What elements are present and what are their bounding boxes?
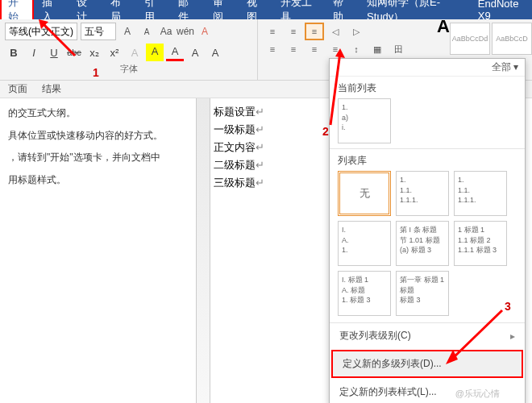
font-group: 等线(中文正文) 五号 A A Aa wén A B I U abc x₂ x²… [0, 19, 258, 80]
list-preset-1[interactable]: 1.1.1.1.1.1. [396, 171, 449, 216]
annotation-2: 2 [322, 125, 329, 138]
char-shading-button[interactable]: A [206, 44, 224, 61]
text-effects-button[interactable]: A [126, 44, 143, 61]
chevron-right-icon: ▸ [510, 330, 515, 342]
superscript-button[interactable]: x² [106, 44, 123, 61]
nav-line-4: 用标题样式。 [8, 172, 185, 189]
doc-line-4: 二级标题 [214, 159, 256, 171]
underline-button[interactable]: U [45, 44, 63, 61]
borders-button[interactable]: 田 [389, 40, 408, 58]
nav-line-1: 的交互式大纲。 [8, 105, 185, 123]
italic-button[interactable]: I [25, 44, 43, 61]
document-content[interactable]: 标题设置↵ 一级标题↵ 正文内容↵ 二级标题↵ 三级标题↵ [214, 105, 264, 193]
align-left-button[interactable]: ≡ [263, 40, 282, 58]
current-list-label: 当前列表 [330, 77, 525, 98]
list-preset-none[interactable]: 无 [338, 171, 391, 216]
font-color-button[interactable]: A [166, 44, 184, 61]
char-border-button[interactable]: A [186, 44, 204, 61]
list-preset-2[interactable]: 1.1.1.1.1.1. [454, 171, 507, 216]
list-library-label: 列表库 [330, 149, 525, 171]
nav-line-3: ，请转到"开始"选项卡，并向文档中 [8, 149, 185, 167]
multilevel-list-button[interactable]: ≡ [305, 23, 324, 40]
list-preset-5[interactable]: 1 标题 11.1 标题 21.1.1 标题 3 [454, 221, 507, 266]
multilevel-list-dropdown: 全部 ▾ 当前列表 1.a)i. 列表库 无 1.1.1.1.1.1. 1.1.… [329, 58, 526, 403]
style-preview-1[interactable]: AaBbCcDd [450, 23, 490, 55]
align-justify-button[interactable]: ≡ [326, 40, 345, 58]
list-preset-7[interactable]: 第一章 标题 1标题标题 3 [396, 271, 449, 316]
list-preset-3[interactable]: I.A.1. [338, 221, 391, 266]
strikethrough-button[interactable]: abc [65, 44, 83, 61]
increase-font-icon[interactable]: A [119, 23, 135, 39]
annotation-3: 3 [505, 300, 511, 313]
line-spacing-button[interactable]: ↕ [347, 40, 366, 58]
list-preset-4[interactable]: 第 I 条 标题节 1.01 标题(a) 标题 3 [396, 221, 449, 266]
style-preview-2[interactable]: AaBbCcD [492, 23, 532, 55]
subbar-result[interactable]: 结果 [42, 82, 61, 96]
dropdown-all[interactable]: 全部 ▾ [492, 60, 518, 74]
list-preset-6[interactable]: I. 标题 1A. 标题1. 标题 3 [338, 271, 391, 316]
change-list-level[interactable]: 更改列表级别(C)▸ [330, 323, 525, 348]
increase-indent-button[interactable]: ▷ [347, 23, 366, 40]
subscript-button[interactable]: x₂ [85, 44, 103, 61]
decrease-indent-button[interactable]: ◁ [326, 23, 345, 40]
menu-bar: 开始 插入 设计 布局 引用 邮件 审阅 视图 开发工具 帮助 知网研学（原E-… [0, 0, 532, 19]
bullets-button[interactable]: ≡ [263, 23, 282, 40]
bold-button[interactable]: B [5, 44, 23, 61]
clear-format-icon[interactable]: A [197, 23, 213, 39]
vertical-ruler [196, 98, 210, 403]
navigation-pane-text: 的交互式大纲。 具体位置或快速移动内容的好方式。 ，请转到"开始"选项卡，并向文… [0, 98, 193, 200]
nav-line-2: 具体位置或快速移动内容的好方式。 [8, 127, 185, 145]
doc-line-3: 正文内容 [214, 141, 256, 153]
doc-line-1: 标题设置 [214, 106, 256, 118]
define-new-multilevel-list[interactable]: 定义新的多级列表(D)... [331, 350, 523, 378]
doc-line-5: 三级标题 [214, 177, 256, 189]
shading-button[interactable]: ▦ [368, 40, 387, 58]
current-list-preview[interactable]: 1.a)i. [338, 98, 391, 143]
decrease-font-icon[interactable]: A [139, 23, 155, 39]
align-right-button[interactable]: ≡ [305, 40, 324, 58]
font-family-combo[interactable]: 等线(中文正文) [5, 23, 77, 40]
styles-letter-icon: A [437, 16, 450, 37]
change-case-icon[interactable]: Aa [158, 23, 174, 39]
numbering-button[interactable]: ≡ [284, 23, 303, 40]
annotation-1: 1 [93, 66, 99, 79]
styles-gallery: AaBbCcDd AaBbCcD A [450, 23, 532, 55]
highlight-button[interactable]: A [146, 44, 164, 61]
phonetic-guide-icon[interactable]: wén [177, 23, 193, 39]
doc-line-2: 一级标题 [214, 123, 256, 135]
subbar-page[interactable]: 页面 [8, 82, 27, 96]
watermark: @乐玩心情 [455, 388, 500, 400]
font-group-label: 字体 [5, 63, 252, 75]
align-center-button[interactable]: ≡ [284, 40, 303, 58]
font-size-combo[interactable]: 五号 [81, 23, 116, 40]
